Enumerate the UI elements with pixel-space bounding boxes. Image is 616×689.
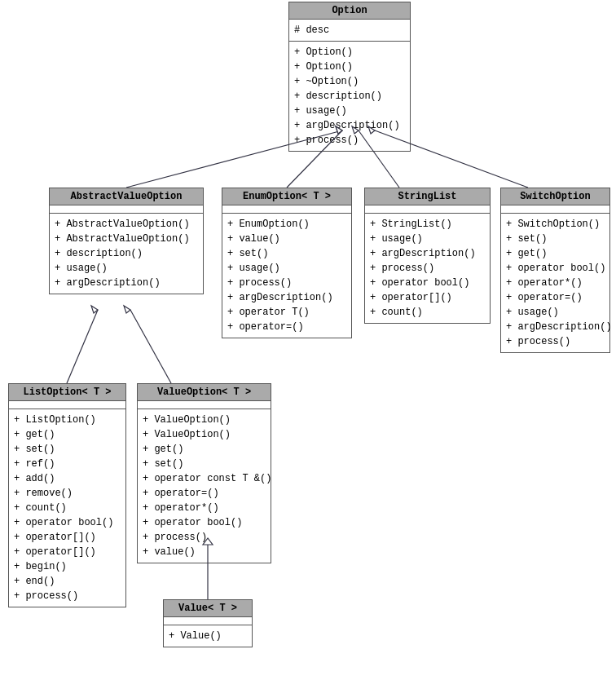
abstract-value-option-empty — [50, 205, 203, 214]
abstract-value-option-methods: + AbstractValueOption() + AbstractValueO… — [50, 214, 203, 294]
value-title: Value< T > — [164, 600, 252, 617]
string-list-class: StringList + StringList() + usage() + ar… — [364, 188, 491, 324]
switch-option-methods: + SwitchOption() + set() + get() + opera… — [501, 214, 609, 352]
svg-line-8 — [67, 310, 98, 383]
string-list-empty — [365, 205, 490, 214]
value-option-class: ValueOption< T > + ValueOption() + Value… — [137, 383, 271, 563]
list-option-class: ListOption< T > + ListOption() + get() +… — [8, 383, 126, 607]
list-option-empty — [9, 401, 125, 409]
enum-option-empty — [222, 205, 351, 214]
string-list-methods: + StringList() + usage() + argDescriptio… — [365, 214, 490, 323]
list-option-methods: + ListOption() + get() + set() + ref() +… — [9, 409, 125, 607]
value-empty — [164, 617, 252, 625]
option-title: Option — [289, 2, 410, 20]
class-diagram: Option # desc + Option() + Option() + ~O… — [0, 0, 616, 689]
enum-option-class: EnumOption< T > + EnumOption() + value()… — [222, 188, 352, 338]
option-fields: # desc — [289, 20, 410, 42]
switch-option-title: SwitchOption — [501, 188, 609, 205]
switch-option-empty — [501, 205, 609, 214]
svg-line-10 — [130, 310, 171, 383]
enum-option-title: EnumOption< T > — [222, 188, 351, 205]
switch-option-class: SwitchOption + SwitchOption() + set() + … — [500, 188, 610, 353]
svg-marker-11 — [124, 306, 130, 313]
option-class: Option # desc + Option() + Option() + ~O… — [288, 2, 411, 152]
option-methods: + Option() + Option() + ~Option() + desc… — [289, 42, 410, 151]
value-methods: + Value() — [164, 625, 252, 647]
abstract-value-option-class: AbstractValueOption + AbstractValueOptio… — [49, 188, 204, 294]
svg-marker-9 — [91, 306, 98, 313]
value-option-methods: + ValueOption() + ValueOption() + get() … — [138, 409, 271, 563]
enum-option-methods: + EnumOption() + value() + set() + usage… — [222, 214, 351, 338]
value-class: Value< T > + Value() — [163, 599, 253, 647]
list-option-title: ListOption< T > — [9, 384, 125, 401]
value-option-empty — [138, 401, 271, 409]
value-option-title: ValueOption< T > — [138, 384, 271, 401]
abstract-value-option-title: AbstractValueOption — [50, 188, 203, 205]
string-list-title: StringList — [365, 188, 490, 205]
